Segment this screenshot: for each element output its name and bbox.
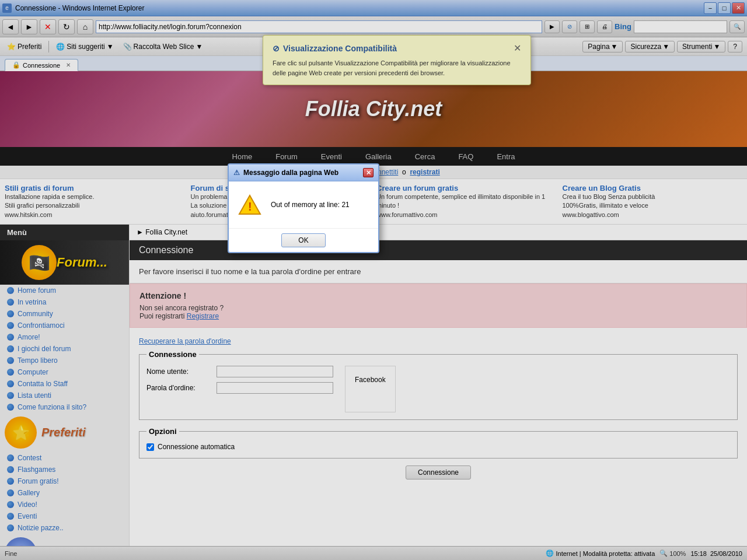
dialog-icon: ⚠ xyxy=(233,169,240,177)
dialog-close-button[interactable]: ✕ xyxy=(363,168,374,177)
svg-text:!: ! xyxy=(248,200,252,213)
dialog-title-text: Messaggio dalla pagina Web xyxy=(243,169,338,177)
modal-overlay xyxy=(0,0,747,560)
dialog-footer: OK xyxy=(229,228,378,252)
warning-icon: ! xyxy=(238,193,261,216)
dialog-body: ! Out of memory at line: 21 xyxy=(229,181,378,228)
error-dialog: ⚠ Messaggio dalla pagina Web ✕ ! Out of … xyxy=(228,163,379,253)
ok-button[interactable]: OK xyxy=(281,233,325,247)
dialog-message: Out of memory at line: 21 xyxy=(271,201,350,209)
dialog-title: ⚠ Messaggio dalla pagina Web xyxy=(233,169,338,177)
dialog-titlebar: ⚠ Messaggio dalla pagina Web ✕ xyxy=(229,164,378,181)
